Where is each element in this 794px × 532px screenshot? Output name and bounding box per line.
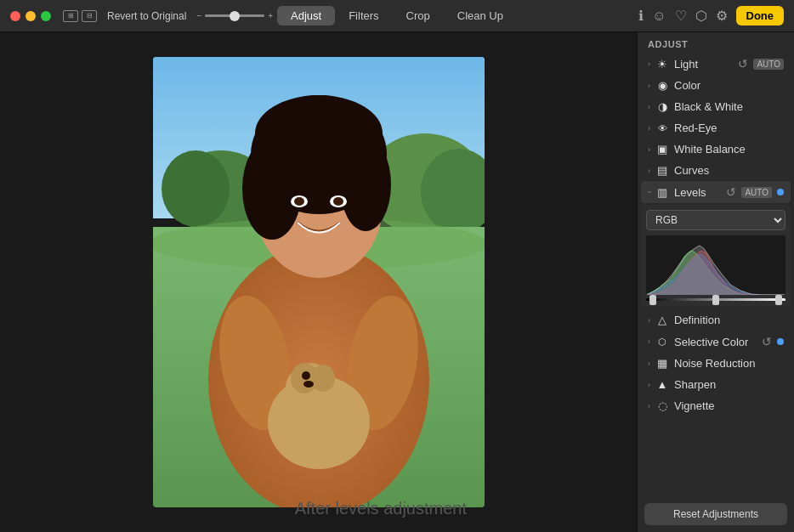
panel-header: ADJUST	[638, 32, 794, 53]
levels-mid-thumb[interactable]	[712, 295, 719, 305]
selective-color-reset-icon[interactable]: ↺	[762, 335, 772, 348]
zoom-slider-wrapper: − +	[196, 11, 273, 20]
gear-icon[interactable]: ⚙	[716, 8, 728, 24]
levels-label: Levels	[674, 186, 721, 199]
levels-black-thumb[interactable]	[649, 295, 656, 305]
adjust-item-sharpen[interactable]: › ▲ Sharpen	[641, 374, 791, 395]
chevron-right-icon: ›	[648, 359, 650, 368]
chevron-right-icon: ›	[648, 82, 650, 90]
svg-point-21	[333, 197, 343, 206]
traffic-lights	[10, 11, 51, 21]
titlebar-right: ℹ ☺ ♡ ⬡ ⚙ Done	[638, 6, 784, 25]
curves-icon: ▤	[655, 164, 669, 177]
adjust-item-light[interactable]: › ☀ Light ↺ AUTO	[641, 53, 791, 75]
heart-icon[interactable]: ♡	[675, 8, 687, 24]
svg-point-17	[255, 95, 383, 172]
adjust-item-red-eye[interactable]: › 👁 Red-Eye	[641, 117, 791, 139]
white-balance-icon: ▣	[655, 143, 669, 156]
adjust-item-color[interactable]: › ◉ Color	[641, 75, 791, 96]
sharpen-label: Sharpen	[674, 378, 784, 391]
levels-white-thumb[interactable]	[775, 295, 782, 305]
adjust-item-definition[interactable]: › △ Definition	[641, 309, 791, 331]
svg-point-26	[302, 371, 310, 380]
nav-tabs: Adjust Filters Crop Clean Up	[277, 6, 517, 25]
titlebar: ⊞ ⊟ Revert to Original − + Adjust Filter…	[0, 0, 794, 32]
reset-adjustments-button[interactable]: Reset Adjustments	[644, 503, 787, 525]
light-label: Light	[674, 58, 733, 71]
color-label: Color	[674, 79, 784, 92]
selective-color-icon: ⬡	[655, 337, 669, 348]
histogram-svg	[646, 235, 785, 295]
chevron-down-icon: ›	[645, 191, 654, 194]
curves-label: Curves	[674, 164, 784, 177]
minimize-button[interactable]	[26, 11, 36, 21]
zoom-out-icon: −	[196, 11, 201, 20]
maximize-button[interactable]	[41, 11, 51, 21]
levels-panel: RGB Red Green Blue Luminance	[641, 205, 791, 306]
black-white-label: Black & White	[674, 100, 784, 113]
close-button[interactable]	[10, 11, 20, 21]
chevron-right-icon: ›	[648, 381, 650, 389]
svg-point-3	[162, 150, 230, 227]
chevron-right-icon: ›	[648, 59, 650, 68]
tab-adjust[interactable]: Adjust	[277, 6, 335, 25]
chevron-right-icon: ›	[648, 124, 650, 133]
chevron-right-icon: ›	[648, 167, 650, 175]
adjust-item-black-white[interactable]: › ◑ Black & White	[641, 96, 791, 117]
definition-icon: △	[655, 314, 669, 326]
light-icon: ☀	[655, 58, 669, 71]
sharpen-icon: ▲	[655, 378, 669, 391]
zoom-in-icon: +	[268, 11, 273, 20]
selective-color-label: Selective Color	[674, 336, 757, 348]
right-panel: ADJUST › ☀ Light ↺ AUTO › ◉ Color › ◑ Bl…	[637, 32, 794, 532]
noise-reduction-icon: ▦	[655, 357, 669, 370]
levels-icon: ▥	[655, 186, 669, 199]
red-eye-label: Red-Eye	[674, 122, 784, 134]
adjust-item-noise-reduction[interactable]: › ▦ Noise Reduction	[641, 353, 791, 374]
window-split-icon[interactable]: ⊟	[82, 10, 97, 22]
tab-crop[interactable]: Crop	[393, 6, 444, 25]
adjust-item-levels[interactable]: › ▥ Levels ↺ AUTO	[641, 181, 791, 203]
light-reset-icon[interactable]: ↺	[738, 57, 748, 71]
svg-point-20	[294, 197, 304, 206]
chevron-right-icon: ›	[648, 103, 650, 111]
chevron-right-icon: ›	[648, 337, 650, 346]
histogram	[646, 235, 785, 295]
tab-filters[interactable]: Filters	[335, 6, 392, 25]
main-area: After levels adjustment ADJUST › ☀ Light…	[0, 32, 794, 532]
chevron-right-icon: ›	[648, 316, 650, 325]
red-eye-icon: 👁	[655, 123, 669, 133]
levels-auto-badge[interactable]: AUTO	[741, 187, 772, 198]
revert-button[interactable]: Revert to Original	[107, 10, 186, 22]
vignette-icon: ◌	[655, 399, 669, 412]
vignette-label: Vignette	[674, 399, 784, 412]
window-view-icon[interactable]: ⊞	[63, 10, 78, 22]
levels-active-dot	[777, 189, 784, 195]
chevron-right-icon: ›	[648, 145, 650, 154]
done-button[interactable]: Done	[736, 6, 785, 25]
color-icon: ◉	[655, 79, 669, 92]
black-white-icon: ◑	[655, 100, 669, 113]
adjust-item-curves[interactable]: › ▤ Curves	[641, 160, 791, 181]
photo-caption: After levels adjustment	[295, 499, 467, 518]
adjust-item-vignette[interactable]: › ◌ Vignette	[641, 395, 791, 416]
levels-slider-track	[646, 298, 785, 301]
selective-color-dot	[777, 338, 784, 345]
definition-label: Definition	[674, 314, 784, 326]
svg-point-25	[311, 365, 335, 392]
adjust-item-white-balance[interactable]: › ▣ White Balance	[641, 139, 791, 160]
light-auto-badge[interactable]: AUTO	[753, 59, 784, 70]
zoom-slider[interactable]	[205, 14, 264, 17]
photo-container	[153, 57, 485, 507]
tab-cleanup[interactable]: Clean Up	[444, 6, 517, 25]
levels-reset-icon[interactable]: ↺	[726, 185, 736, 199]
white-balance-label: White Balance	[674, 143, 784, 156]
info-icon[interactable]: ℹ	[638, 8, 644, 24]
noise-reduction-label: Noise Reduction	[674, 357, 784, 370]
rgb-select[interactable]: RGB Red Green Blue Luminance	[646, 210, 785, 230]
photo-area: After levels adjustment	[0, 32, 637, 532]
share-icon[interactable]: ⬡	[695, 8, 707, 24]
photo-image	[153, 57, 485, 507]
emoji-icon[interactable]: ☺	[652, 8, 666, 24]
adjust-item-selective-color[interactable]: › ⬡ Selective Color ↺	[641, 331, 791, 353]
